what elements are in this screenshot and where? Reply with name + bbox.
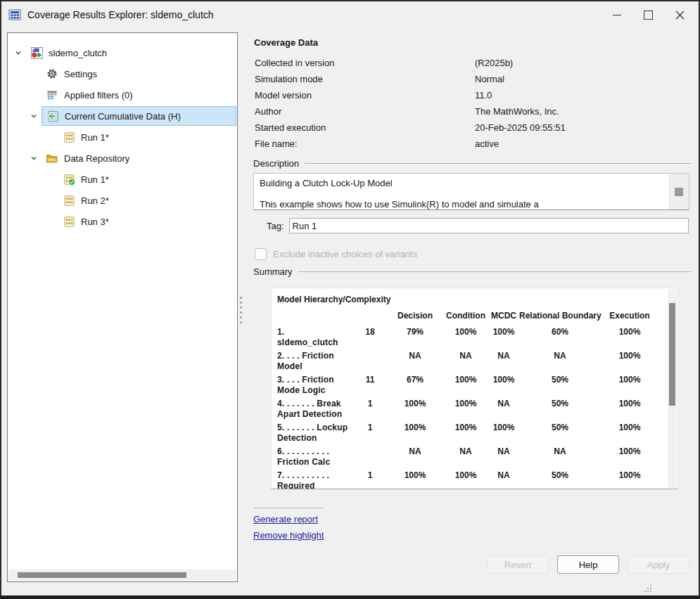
execution-cell: 100% [601,351,658,361]
decision-cell: 67% [387,375,443,385]
coverage-results-explorer-window: Coverage Results Explorer: sldemo_clutch [0,0,700,599]
field-label: Started execution [255,122,475,133]
column-header: Execution [601,311,658,321]
scrollbar-thumb[interactable] [675,188,683,196]
table-row: 7. . . . . . . . . .Required 1 100% 100%… [277,470,677,489]
exclude-variants-checkbox[interactable] [255,248,267,260]
tree-item-data-repository[interactable]: Data Repository [8,148,237,169]
field-value: (R2025b) [475,58,513,68]
run-icon [63,131,75,143]
tag-input[interactable] [289,218,689,233]
summary-table: Model Hierarchy/Complexity Decision Cond… [271,288,678,489]
field-label: File name: [255,139,475,149]
column-header: Decision [387,311,443,321]
complexity-cell: 18 [353,327,387,337]
tree-item-label: sldemo_clutch [49,48,107,58]
condition-cell: 100% [443,375,488,385]
hierarchy-cell: 2. . . . FrictionModel [277,351,353,372]
tree-item-applied-filters[interactable]: Applied filters (0) [8,84,237,105]
field-row: Started execution20-Feb-2025 09:55:51 [255,120,694,136]
tree-item-sldemo-clutch[interactable]: sldemo_clutch [8,42,237,63]
execution-cell: 100% [601,470,658,481]
relational-boundary-cell: 50% [519,423,601,433]
summary-heading: Summary [253,266,293,277]
tree-item-label: Run 3* [81,217,109,227]
condition-cell: 100% [443,423,488,433]
applied-filters-icon [46,89,58,101]
chevron-down-icon[interactable] [11,49,26,56]
table-row: 1.sldemo_clutch 18 79% 100% 100% 60% 100… [277,327,677,348]
tree-item-label: Data Repository [64,153,129,164]
field-value: The MathWorks, Inc. [475,106,559,117]
maximize-icon [644,11,653,20]
selected-tree-item[interactable]: Current Cumulative Data (H) [42,106,236,126]
relational-boundary-cell: NA [519,351,601,361]
section-divider [305,163,691,164]
description-textarea[interactable]: Building a Clutch Lock-Up Model This exa… [253,173,689,210]
minimize-button[interactable] [601,1,632,28]
table-header-row: Decision Condition MCDC Relational Bound… [277,311,677,321]
close-icon [675,11,685,20]
execution-cell: 100% [601,327,658,337]
mcdc-cell: NA [488,399,519,409]
hierarchy-cell: 1.sldemo_clutch [277,327,353,348]
field-row: AuthorThe MathWorks, Inc. [255,103,694,120]
table-row: 4. . . . . . . BreakApart Detection 1 10… [277,399,677,420]
tree-item-run3-repository[interactable]: Run 3* [8,211,237,232]
maximize-button[interactable] [632,1,664,28]
remove-highlight-link[interactable]: Remove highlight [253,530,324,541]
field-value: Normal [475,74,504,84]
panel-splitter[interactable] [238,297,243,332]
help-button[interactable]: Help [557,555,619,574]
table-row: 6. . . . . . . . . .Friction Calc NA NA … [277,446,677,468]
tree-item-current-cumulative-data[interactable]: Current Cumulative Data (H) [8,105,237,127]
decision-cell: 79% [387,327,443,337]
tree-item-label: Run 1* [81,132,109,143]
folder-icon [46,152,58,165]
table-vertical-scrollbar[interactable] [668,289,677,488]
table-corner-header: Model Hierarchy/Complexity [277,295,677,304]
revert-button[interactable]: Revert [487,555,549,574]
execution-cell: 100% [601,446,658,457]
tree-item-run1-repository[interactable]: Run 1* [8,169,237,190]
relational-boundary-cell: 50% [519,470,601,481]
mcdc-cell: NA [488,470,519,481]
window-title: Coverage Results Explorer: sldemo_clutch [27,9,214,20]
coverage-table-icon [8,8,21,21]
section-divider [298,271,691,272]
description-scrollbar[interactable] [669,174,689,210]
run-checked-icon [63,173,75,186]
tree-item-label: Run 1* [81,174,109,185]
chevron-down-icon[interactable] [26,155,42,162]
field-value: 20-Feb-2025 09:55:51 [475,122,566,133]
apply-button[interactable]: Apply [628,555,689,574]
tree-item-label: Current Cumulative Data (H) [65,111,181,122]
tree-item-run1-cumulative[interactable]: Run 1* [8,127,237,148]
tree-item-run2-repository[interactable]: Run 2* [8,190,237,211]
generate-report-link[interactable]: Generate report [253,514,318,524]
decision-cell: 100% [387,470,443,481]
scrollbar-thumb[interactable] [18,572,186,578]
chevron-down-icon[interactable] [26,112,42,120]
close-button[interactable] [664,1,696,28]
tree-horizontal-scrollbar[interactable] [8,569,236,581]
column-header: Relational Boundary [519,311,601,321]
decision-cell: NA [387,351,443,361]
table-row: 5. . . . . . . LockupDetection 1 100% 10… [277,423,677,444]
relational-boundary-cell: 50% [519,375,601,385]
tree-item-label: Applied filters (0) [64,90,133,101]
field-label: Model version [255,90,475,101]
relational-boundary-cell: NA [519,446,601,457]
field-label: Collected in version [255,58,475,68]
mcdc-cell: NA [488,446,519,457]
mcdc-cell: 100% [488,375,519,385]
summary-section-header: Summary [253,266,691,277]
title-bar: Coverage Results Explorer: sldemo_clutch [1,1,699,28]
window-resize-grip[interactable] [644,583,652,595]
field-row: Simulation modeNormal [255,71,694,87]
relational-boundary-cell: 50% [519,399,601,409]
condition-cell: 100% [443,327,488,337]
tree-item-settings[interactable]: Settings [8,63,237,84]
scrollbar-thumb[interactable] [669,303,675,406]
field-row: Model version11.0 [255,87,694,103]
